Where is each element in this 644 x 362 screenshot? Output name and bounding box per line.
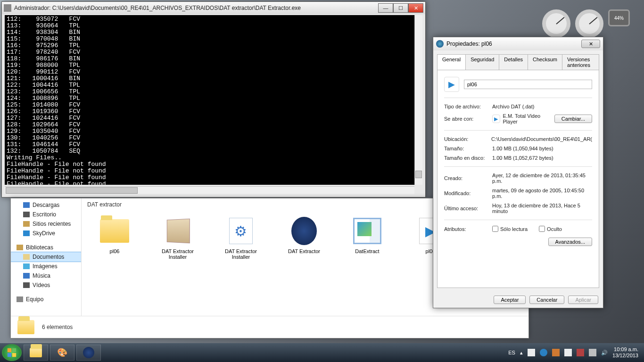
dialog-title: Propiedades: pl06 <box>446 41 492 47</box>
windows-icon <box>7 347 17 358</box>
label-created: Creado: <box>444 175 487 181</box>
nav-images[interactable]: Imágenes <box>11 262 81 271</box>
readonly-checkbox[interactable]: Sólo lectura <box>492 226 528 232</box>
file-item-app[interactable]: DAT Extractor <box>281 215 328 254</box>
console-title: Administrador: C:\Users\david\Documents\… <box>14 5 378 11</box>
nav-label: Equipo <box>26 296 43 303</box>
status-bar: 6 elementos <box>11 316 528 338</box>
dialog-titlebar[interactable]: Propiedades: pl06 ✕ <box>433 37 603 50</box>
volume-icon[interactable]: 🔊 <box>601 350 608 356</box>
vertical-scrollbar[interactable] <box>414 15 422 185</box>
checkbox-label: Sólo lectura <box>500 226 528 232</box>
dialog-buttons: Aceptar Cancelar Aplicar <box>433 292 603 308</box>
properties-dialog: Propiedades: pl06 ✕ General Seguridad De… <box>433 37 603 308</box>
file-item-folder[interactable]: pl06 <box>91 215 138 254</box>
label-location: Ubicación: <box>444 136 487 142</box>
taskbar: 🎨 ES ▴ 🔊 10:09 a.m. 13/12/2013 <box>0 343 644 362</box>
nav-computer[interactable]: Equipo <box>11 295 81 304</box>
value-location: C:\Users\david\Documents\00_RE4\01_AR( <box>491 136 592 142</box>
play-icon: ▶ <box>444 77 459 92</box>
maximize-button[interactable]: ☐ <box>393 3 408 13</box>
battery-widget: 44% <box>608 9 630 26</box>
value-opens-with: E.M. Total Video Player <box>503 113 552 124</box>
value-created: Ayer, 12 de diciembre de 2013, 01:35:45 … <box>492 173 592 184</box>
document-icon <box>353 218 381 244</box>
badge-icon <box>291 217 317 245</box>
apply-button[interactable]: Aplicar <box>568 296 598 304</box>
nav-label: Sitios recientes <box>33 221 71 227</box>
tab-details[interactable]: Detalles <box>499 54 528 70</box>
gauge-widget <box>542 9 570 38</box>
taskbar-item-app[interactable] <box>76 345 101 361</box>
tab-previous-versions[interactable]: Versiones anteriores <box>562 54 599 70</box>
change-button[interactable]: Cambiar... <box>554 115 592 123</box>
ok-button[interactable]: Aceptar <box>494 296 526 304</box>
nav-videos[interactable]: Vídeos <box>11 280 81 290</box>
file-label: DAT Extractor <box>288 248 320 254</box>
file-item-config[interactable]: DAT Extractor Installer <box>217 215 264 260</box>
nav-label: Descargas <box>33 202 59 208</box>
tab-security[interactable]: Seguridad <box>465 54 499 70</box>
value-size-on-disk: 1.00 MB (1,052,672 bytes) <box>492 155 592 161</box>
start-button[interactable] <box>2 344 22 361</box>
value-size: 1.00 MB (1,050,944 bytes) <box>492 146 592 151</box>
clock[interactable]: 10:09 a.m. 13/12/2013 <box>612 346 638 359</box>
checkbox-label: Oculto <box>547 226 562 232</box>
folder-icon <box>30 348 42 357</box>
flag-icon[interactable] <box>528 349 535 356</box>
status-text: 6 elementos <box>42 324 73 330</box>
file-item-installer[interactable]: DAT Extractor Installer <box>154 215 201 260</box>
close-button[interactable]: ✕ <box>581 40 600 48</box>
tab-general[interactable]: General <box>437 54 466 70</box>
flag-icon[interactable] <box>564 349 572 356</box>
play-icon: ▶ <box>492 115 500 123</box>
console-titlebar[interactable]: Administrador: C:\Users\david\Documents\… <box>2 2 425 14</box>
file-type-icon <box>436 40 444 48</box>
nav-libraries[interactable]: Bibliotecas <box>11 243 81 252</box>
nav-label: SkyDrive <box>33 230 55 237</box>
nav-skydrive[interactable]: SkyDrive <box>11 229 81 238</box>
nav-downloads[interactable]: Descargas <box>11 200 81 210</box>
file-label: DAT Extractor Installer <box>154 248 201 260</box>
nav-music[interactable]: Música <box>11 271 81 280</box>
app-icon <box>4 4 11 12</box>
tab-checksum[interactable]: Checksum <box>528 54 562 70</box>
desktop-gadgets: 44% <box>542 9 630 38</box>
svg-rect-2 <box>8 353 11 357</box>
label-size-on-disk: Tamaño en disco: <box>444 155 487 161</box>
nav-recent[interactable]: Sitios recientes <box>11 219 81 229</box>
palette-icon: 🎨 <box>57 347 67 358</box>
badge-icon <box>83 347 94 358</box>
tray-icon[interactable] <box>540 349 547 356</box>
nav-documents[interactable]: Documentos <box>11 252 82 262</box>
svg-rect-1 <box>12 348 16 352</box>
close-button[interactable]: ✕ <box>408 3 423 13</box>
taskbar-item-explorer[interactable] <box>24 345 48 361</box>
installer-icon <box>167 219 190 244</box>
minimize-button[interactable]: — <box>378 3 393 13</box>
taskbar-item-paint[interactable]: 🎨 <box>50 345 74 361</box>
clock-time: 10:09 a.m. <box>612 346 638 353</box>
label-filetype: Tipo de archivo: <box>444 104 487 109</box>
folder-icon <box>17 320 34 334</box>
network-icon[interactable] <box>589 349 596 356</box>
nav-pane: Descargas Escritorio Sitios recientes Sk… <box>11 198 82 316</box>
nav-desktop[interactable]: Escritorio <box>11 210 81 219</box>
advanced-button[interactable]: Avanzados... <box>548 238 592 246</box>
battery-icon[interactable] <box>577 349 584 356</box>
label-size: Tamaño: <box>444 146 487 151</box>
filename-input[interactable] <box>464 80 592 89</box>
label-modified: Modificado: <box>444 190 487 196</box>
tray-icon[interactable] <box>552 349 560 356</box>
file-label: DatExtract <box>355 248 379 254</box>
file-item-text[interactable]: DatExtract <box>344 215 391 254</box>
gauge-widget <box>575 9 603 38</box>
language-indicator[interactable]: ES <box>508 350 515 355</box>
value-modified: martes, 09 de agosto de 2005, 10:45:50 p… <box>492 188 592 199</box>
hidden-checkbox[interactable]: Oculto <box>539 226 562 232</box>
horizontal-scrollbar[interactable] <box>5 186 414 194</box>
gear-icon <box>229 218 253 244</box>
nav-label: Vídeos <box>33 282 50 288</box>
cancel-button[interactable]: Cancelar <box>529 296 564 304</box>
chevron-up-icon[interactable]: ▴ <box>520 350 523 356</box>
